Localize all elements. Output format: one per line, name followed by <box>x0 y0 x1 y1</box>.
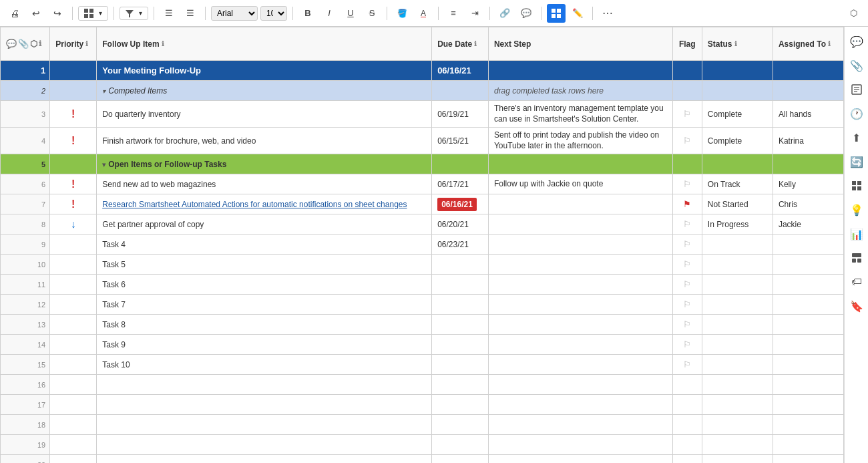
italic-button[interactable]: I <box>320 4 339 23</box>
flag-cell[interactable] <box>672 61 702 81</box>
assigned-cell[interactable] <box>773 395 843 415</box>
status-cell[interactable] <box>702 335 773 355</box>
table-row[interactable]: 15 Task 10 ⚐ <box>1 355 844 375</box>
collapse-button[interactable]: ⬡ <box>844 4 863 23</box>
priority-cell[interactable] <box>50 61 97 81</box>
follow-up-cell[interactable] <box>97 395 432 415</box>
due-date-cell[interactable] <box>432 415 489 435</box>
sidebar-summary-icon[interactable] <box>847 80 866 99</box>
due-date-cell[interactable] <box>432 81 489 101</box>
print-button[interactable]: 🖨 <box>5 4 24 23</box>
priority-cell[interactable]: ! <box>50 174 97 194</box>
flag-cell[interactable] <box>672 415 702 435</box>
flag-cell[interactable]: ⚐ <box>672 128 702 154</box>
next-step-cell[interactable] <box>488 455 672 463</box>
next-step-cell[interactable]: Follow up with Jackie on quote <box>488 174 672 194</box>
follow-up-cell[interactable]: Task 4 <box>97 235 432 255</box>
redo-button[interactable]: ↪ <box>48 4 67 23</box>
assigned-cell[interactable] <box>773 61 843 81</box>
sidebar-clip-icon[interactable]: 📎 <box>847 56 866 75</box>
priority-cell[interactable] <box>50 235 97 255</box>
table-row[interactable]: 5 ▾Open Items or Follow-up Tasks <box>1 154 844 174</box>
table-row[interactable]: 2 ▾Competed Items drag completed task ro… <box>1 81 844 101</box>
flag-icon-unset[interactable]: ⚐ <box>683 299 691 309</box>
next-step-cell[interactable]: There's an inventory management template… <box>488 101 672 128</box>
flag-cell[interactable]: ⚐ <box>672 315 702 335</box>
due-date-cell[interactable] <box>432 255 489 275</box>
flag-cell[interactable] <box>672 154 702 174</box>
follow-up-cell[interactable]: Task 8 <box>97 315 432 335</box>
priority-cell[interactable]: ! <box>50 101 97 128</box>
sidebar-layout-icon[interactable] <box>847 249 866 267</box>
status-cell[interactable] <box>702 61 773 81</box>
flag-icon-unset[interactable]: ⚐ <box>683 319 691 329</box>
column-header-due-date[interactable]: Due Date ℹ <box>432 27 489 61</box>
flag-cell[interactable] <box>672 435 702 455</box>
priority-cell[interactable] <box>50 355 97 375</box>
priority-cell[interactable]: ↓ <box>50 214 97 235</box>
table-row[interactable]: 14 Task 9 ⚐ <box>1 335 844 355</box>
flag-cell[interactable] <box>672 455 702 463</box>
indent-button[interactable]: ☰ <box>181 4 200 23</box>
column-header-next-step[interactable]: Next Step <box>488 27 672 61</box>
follow-up-cell[interactable]: ▾Open Items or Follow-up Tasks <box>97 154 432 174</box>
sidebar-history-icon[interactable]: 🕐 <box>847 104 866 123</box>
flag-icon-unset[interactable]: ⚐ <box>683 259 691 269</box>
due-date-cell[interactable]: 06/15/21 <box>432 128 489 154</box>
status-cell[interactable] <box>702 235 773 255</box>
text-color-button[interactable]: A <box>414 4 433 23</box>
assigned-cell[interactable] <box>773 375 843 395</box>
assigned-cell[interactable] <box>773 335 843 355</box>
next-step-cell[interactable] <box>488 235 672 255</box>
status-cell[interactable] <box>702 395 773 415</box>
flag-cell[interactable] <box>672 375 702 395</box>
status-cell[interactable] <box>702 435 773 455</box>
grid-active-button[interactable] <box>547 4 566 23</box>
follow-up-cell[interactable]: Your Meeting Follow-Up <box>97 61 432 81</box>
bold-button[interactable]: B <box>298 4 317 23</box>
underline-button[interactable]: U <box>341 4 360 23</box>
flag-cell[interactable]: ⚐ <box>672 335 702 355</box>
column-header-priority[interactable]: Priority ℹ <box>50 27 97 61</box>
sidebar-tag-icon[interactable]: 🏷 <box>847 273 866 291</box>
assigned-cell[interactable] <box>773 355 843 375</box>
follow-up-cell[interactable]: Task 9 <box>97 335 432 355</box>
follow-up-cell[interactable]: Research Smartsheet Automated Actions fo… <box>97 194 432 214</box>
flag-cell[interactable] <box>672 395 702 415</box>
status-cell[interactable] <box>702 255 773 275</box>
font-size-select[interactable]: 10 <box>260 6 287 21</box>
due-date-cell[interactable] <box>432 295 489 315</box>
due-date-cell[interactable]: 06/16/21 <box>432 61 489 81</box>
flag-icon-unset[interactable]: ⚐ <box>683 339 691 349</box>
due-date-cell[interactable] <box>432 335 489 355</box>
table-row[interactable]: 16 <box>1 375 844 395</box>
priority-cell[interactable] <box>50 415 97 435</box>
flag-cell[interactable]: ⚐ <box>672 235 702 255</box>
next-step-cell[interactable] <box>488 335 672 355</box>
undo-button[interactable]: ↩ <box>27 4 45 23</box>
due-date-cell[interactable] <box>432 275 489 295</box>
priority-cell[interactable]: ! <box>50 128 97 154</box>
assigned-cell[interactable] <box>773 275 843 295</box>
assigned-cell[interactable]: All hands <box>773 101 843 128</box>
next-step-cell[interactable] <box>488 214 672 235</box>
priority-cell[interactable] <box>50 275 97 295</box>
flag-icon-unset[interactable]: ⚐ <box>683 109 691 119</box>
flag-cell[interactable]: ⚐ <box>672 275 702 295</box>
table-row[interactable]: 18 <box>1 415 844 435</box>
follow-up-cell[interactable]: ▾Competed Items <box>97 81 432 101</box>
priority-cell[interactable] <box>50 315 97 335</box>
align-button[interactable]: ≡ <box>444 4 463 23</box>
follow-up-cell[interactable]: Task 5 <box>97 255 432 275</box>
column-header-follow-up[interactable]: Follow Up Item ℹ <box>97 27 432 61</box>
assigned-cell[interactable]: Kelly <box>773 174 843 194</box>
due-date-cell[interactable] <box>432 375 489 395</box>
table-row[interactable]: 20 <box>1 455 844 463</box>
next-step-cell[interactable] <box>488 435 672 455</box>
due-date-cell[interactable]: 06/23/21 <box>432 235 489 255</box>
follow-up-cell[interactable] <box>97 435 432 455</box>
follow-up-cell[interactable]: Task 10 <box>97 355 432 375</box>
follow-up-cell[interactable]: Task 6 <box>97 275 432 295</box>
status-cell[interactable] <box>702 154 773 174</box>
status-cell[interactable]: Complete <box>702 128 773 154</box>
